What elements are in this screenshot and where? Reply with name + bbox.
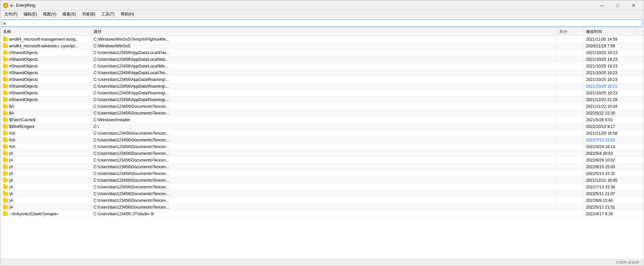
cell-modified: 2022/3/24 18:14 [583,143,637,150]
close-button[interactable]: ✕ [626,0,641,10]
menu-item[interactable]: 视图(V) [40,11,59,18]
cell-modified: 2021/5/28 0:01 [583,117,637,123]
table-row[interactable]: $WinREAgentC:\2022/10/13 9:17 [0,123,644,130]
menu-item[interactable]: 搜索(S) [60,11,78,18]
table-row[interactable]: )AC:\Users\tian123456\Documents\Tencen..… [0,204,644,211]
menu-item[interactable]: 文件(F) [2,11,20,18]
cell-name: (A [0,157,91,163]
table-row[interactable]: %AC:\Users\tian123456\Documents\Tencen..… [0,143,644,150]
cell-path: C:\Users\tian123456\AppData\Roaming\... [91,90,556,96]
cell-modified: 2021/10/25 19:23 [583,49,637,56]
table-row[interactable]: #SharedObjectsC:\Users\tian123456\AppDat… [0,76,644,83]
col-header-path[interactable]: 路径 [91,28,556,36]
file-name: (A [9,158,13,163]
cell-modified: 2021/10/25 19:23 [583,63,637,69]
menu-item[interactable]: 工具(T) [99,11,117,18]
cell-path: C:\Users\tian123456\AppData\Roaming\... [91,83,556,89]
folder-icon [3,71,8,75]
table-row[interactable]: $AC:\Users\tian123456\Documents\Tencen..… [0,103,644,110]
folder-icon [3,44,8,48]
table-row[interactable]: #SharedObjectsC:\Users\tian123456\AppDat… [0,70,644,76]
main-window: a a - Everything — □ ✕ 文件(F)编辑(E)视图(V)搜索… [0,0,644,266]
menu-item[interactable]: 书签(B) [79,11,98,18]
cell-modified: 2021/10/25 19:23 [583,56,637,62]
folder-icon [3,165,8,169]
search-input[interactable] [2,19,642,27]
cell-modified: 2022/9/15 15:03 [583,164,637,170]
table-row[interactable]: #SharedObjectsC:\Users\tian123456\AppDat… [0,96,644,103]
menu-item[interactable]: 编辑(E) [21,11,40,18]
table-row[interactable]: (AC:\Users\tian123456\Documents\Tencen..… [0,157,644,164]
col-header-scrollbar-space [637,28,644,36]
table-row[interactable]: )AC:\Users\tian123456\Documents\Tencen..… [0,190,644,197]
table-row[interactable]: #SharedObjectsC:\Users\tian123456\AppDat… [0,63,644,70]
cell-size [556,49,583,56]
folder-icon [3,111,8,115]
table-row[interactable]: amd64_microsoft-management-assig...C:\Wi… [0,36,644,43]
cell-size [556,143,583,150]
table-row[interactable]: #SharedObjectsC:\Users\tian123456\AppDat… [0,49,644,56]
table-row[interactable]: #SharedObjectsC:\Users\tian123456\AppDat… [0,83,644,90]
folder-icon [3,185,8,189]
col-header-name[interactable]: 名称 [0,28,91,36]
cell-name: $WinREAgent [0,123,91,130]
cell-size [556,137,583,143]
cell-modified: 2022/4/17 8:28 [583,211,637,217]
cell-size [556,197,583,204]
table-row[interactable]: amd64_microsoft-windows-i..cyscript...C:… [0,43,644,49]
maximize-button[interactable]: □ [610,0,625,10]
folder-icon [3,138,8,142]
table-row[interactable]: $PatchCache$C:\Windows\Installer2021/5/2… [0,117,644,123]
cell-size [556,177,583,183]
folder-icon [3,118,8,122]
col-header-modified[interactable]: 修改时间 [583,28,637,36]
cell-path: C:\Users\tian123456\Documents\Tencen... [91,184,556,190]
table-row[interactable]: )AC:\Users\tian123456\Documents\Tencen..… [0,197,644,204]
cell-modified: 2022/8/8 15:40 [583,197,637,204]
table-row[interactable]: %AC:\Users\tian123456\Documents\Tencen..… [0,130,644,137]
minimize-button[interactable]: — [594,0,609,10]
cell-name: )A [0,197,91,204]
table-row[interactable]: (AC:\Users\tian123456\Documents\Tencen..… [0,164,644,170]
cell-modified: 2022/5/11 21:51 [583,204,637,210]
file-name: #SharedObjects [9,50,38,55]
folder-icon [3,131,8,135]
cell-name: $A [0,103,91,109]
folder-icon [3,91,8,95]
table-row[interactable]: )AC:\Users\tian123456\Documents\Tencen..… [0,177,644,184]
cell-size [556,164,583,170]
cell-size [556,76,583,83]
menu-item[interactable]: 帮助(H) [118,11,137,18]
table-row[interactable]: $AC:\Users\tian123456\Documents\Tencen..… [0,110,644,117]
app-icon: a [3,3,8,8]
col-header-size[interactable]: 大小 [556,28,583,36]
table-row[interactable]: )AC:\Users\tian123456\Documents\Tencen..… [0,184,644,190]
cell-name: #SharedObjects [0,96,91,103]
table-row[interactable]: #SharedObjectsC:\Users\tian123456\AppDat… [0,90,644,96]
folder-icon [3,145,8,149]
cell-name: #SharedObjects [0,90,91,96]
cell-size [556,43,583,49]
cell-path: C:\Users\tian123456\Documents\Tencen... [91,143,556,150]
table-body[interactable]: amd64_microsoft-management-assig...C:\Wi… [0,36,644,259]
table-row[interactable]: (AC:\Users\tian123456\Documents\Tencen..… [0,170,644,177]
menu-bar: 文件(F)编辑(E)视图(V)搜索(S)书签(B)工具(T)帮助(H) [0,10,644,18]
cell-name: (A [0,150,91,157]
table-header: 名称 路径 大小 修改时间 [0,28,644,36]
cell-path: C:\Users\tian123456\AppData\Roaming\... [91,76,556,83]
cell-size [556,190,583,197]
title-bar-left: a a - Everything [3,3,35,8]
cell-size [556,56,583,62]
cell-name: #SharedObjects [0,63,91,69]
table-row[interactable]: --3mkysnku52awb7yxrapw--C:\Users\tian123… [0,211,644,217]
cell-name: (A [0,170,91,177]
cell-path: C:\Users\tian123456\Documents\Tencen... [91,197,556,204]
file-name: (A [9,165,13,169]
folder-icon [3,205,8,209]
table-row[interactable]: #SharedObjectsC:\Users\tian123456\AppDat… [0,56,644,63]
table-row[interactable]: %AC:\Users\tian123456\Documents\Tencen..… [0,137,644,143]
cell-modified: 2021/12/11 16:45 [583,177,637,183]
table-row[interactable]: (AC:\Users\tian123456\Documents\Tencen..… [0,150,644,157]
cell-modified: 2021/11/30 14:59 [583,36,637,42]
app-icon-letter: a [5,3,7,7]
